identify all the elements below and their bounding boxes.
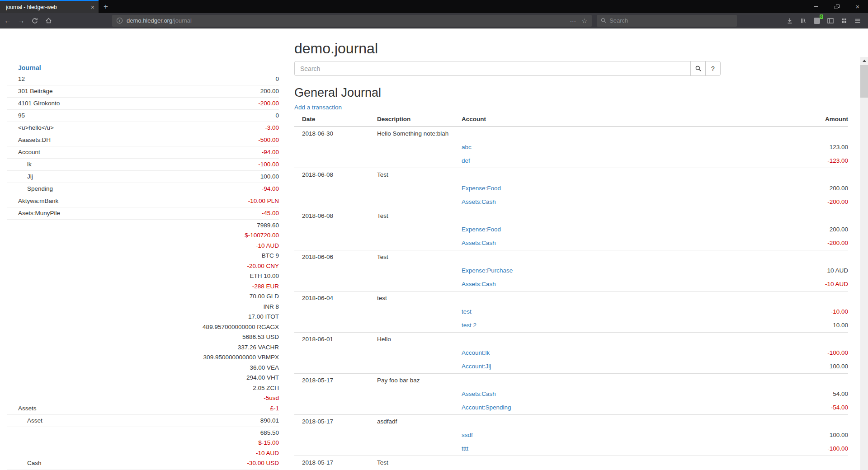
sidebar-account-link[interactable]: 4101 Girokonto (7, 99, 60, 109)
transaction-description: Test (377, 456, 462, 470)
balance-amount: -500.00 (258, 135, 279, 146)
transaction-row[interactable]: 2018-05-17asdfadf (294, 415, 848, 429)
sidebar-account-link[interactable]: Account (7, 147, 40, 158)
posting-account-link[interactable]: test (462, 308, 472, 315)
posting-row: Account:Spending-54.00 (294, 401, 848, 415)
search-icon (601, 18, 606, 24)
transaction-row[interactable]: 2018-06-30Hello Something note:blah (294, 127, 848, 141)
transaction-row[interactable]: 2018-06-06Test (294, 250, 848, 264)
transaction-row[interactable]: 2018-05-17Pay foo bar baz (294, 374, 848, 388)
transaction-row[interactable]: 2018-06-08Test (294, 209, 848, 223)
sidebar-account-row: Assets7989.60$-100720.00-10 AUDBTC 9-20.… (7, 219, 279, 414)
journal-table-body: 2018-06-30Hello Something note:blahabc12… (294, 127, 848, 470)
extension-icon (814, 18, 820, 24)
posting-account-link[interactable]: Expense:Purchase (462, 267, 513, 274)
posting-account-link[interactable]: Assets:Cash (462, 390, 496, 397)
transaction-row[interactable]: 2018-06-01Hello (294, 333, 848, 347)
posting-account-link[interactable]: Account:Jij (462, 363, 491, 370)
posting-account-link[interactable]: def (462, 157, 470, 164)
up-arrow-icon (863, 60, 866, 62)
posting-account-link[interactable]: tttt (462, 445, 468, 452)
transaction-row[interactable]: 2018-06-04test (294, 291, 848, 306)
posting-account-link[interactable]: Expense:Food (462, 185, 501, 192)
sidebar-account-link[interactable]: 12 (7, 74, 25, 85)
sidebar-journal-link[interactable]: Journal (18, 64, 41, 71)
sidebar-account-link[interactable]: 95 (7, 111, 25, 121)
bookmark-star-icon[interactable]: ☆ (581, 17, 587, 24)
balance-amount: -10.00 PLN (248, 196, 279, 207)
site-info-icon[interactable]: i (117, 18, 123, 24)
scrollbar-up-arrow[interactable] (860, 57, 868, 65)
sidebar-account-balance: -45.00 (262, 208, 279, 219)
page-scrollbar[interactable] (860, 57, 868, 470)
add-transaction-link[interactable]: Add a transaction (294, 103, 342, 112)
browser-tab[interactable]: journal - hledger-web × (0, 0, 99, 13)
transaction-date: 2018-05-17 (294, 374, 377, 388)
posting-amount: -10.00 (568, 305, 848, 319)
sidebar-account-link[interactable]: Assets (7, 404, 37, 414)
restore-button[interactable] (826, 0, 847, 13)
sidebar-account-row: Asets:MunyPile-45.00 (7, 207, 279, 219)
posting-account-link[interactable]: Assets:Cash (462, 240, 496, 246)
posting-account-link[interactable]: Account:lk (462, 349, 490, 356)
sidebar-account-row: 950 (7, 109, 279, 122)
journal-search-button[interactable] (690, 61, 706, 76)
library-button[interactable] (797, 14, 810, 28)
back-button[interactable]: ← (1, 14, 14, 28)
journal-header-row: Date Description Account Amount (294, 113, 848, 127)
journal-search-input[interactable] (294, 61, 691, 76)
sidebar-account-link[interactable]: lk (7, 160, 32, 170)
sidebar-account-link[interactable]: Asets:MunyPile (7, 208, 60, 219)
sidebar-account-link[interactable]: Aaasets:DH (7, 135, 51, 146)
home-button[interactable] (42, 14, 55, 28)
extension-button[interactable]: 0 (810, 14, 824, 28)
minimize-button[interactable] (806, 0, 826, 13)
posting-row: Assets:Cash54.00 (294, 387, 848, 401)
sidebar-toggle-button[interactable] (824, 14, 837, 28)
balance-amount: -100.00 (258, 160, 279, 170)
posting-row: Expense:Food200.00 (294, 223, 848, 236)
balance-amount: -288 EUR (203, 282, 279, 292)
page-actions-icon[interactable]: ⋯ (570, 17, 576, 24)
grid-button[interactable] (837, 14, 851, 28)
sidebar-account-link[interactable]: Jij (7, 172, 33, 182)
browser-search-bar[interactable] (597, 15, 737, 27)
sidebar-account-link[interactable]: Aktywa:mBank (7, 196, 58, 207)
posting-account-link[interactable]: Expense:Food (462, 226, 501, 233)
posting-account-link[interactable]: abc (462, 144, 472, 150)
transaction-description: Test (377, 250, 462, 264)
sidebar-account-link[interactable]: Asset (7, 416, 42, 426)
sidebar-account-row: 4101 Girokonto-200.00 (7, 97, 279, 109)
reload-button[interactable] (28, 14, 42, 28)
posting-account-link[interactable]: Assets:Cash (462, 198, 496, 205)
posting-account-link[interactable]: test 2 (462, 322, 476, 329)
menu-button[interactable] (851, 14, 864, 28)
posting-account-link[interactable]: ssdf (462, 432, 473, 438)
browser-search-input[interactable] (609, 17, 733, 24)
posting-amount: -200.00 (568, 236, 848, 250)
sidebar-account-balance: 100.00 (260, 172, 279, 182)
transaction-row[interactable]: 2018-06-08Test (294, 168, 848, 182)
url-bar[interactable]: i demo.hledger.org/journal ⋯ ☆ (112, 15, 592, 27)
sidebar-account-link[interactable]: Cash (7, 458, 42, 469)
url-path: /journal (172, 17, 192, 24)
search-help-button[interactable]: ? (705, 61, 721, 76)
sidebar-account-link[interactable]: 301 Beiträge (7, 86, 53, 97)
transaction-row[interactable]: 2018-05-17Test (294, 456, 848, 470)
sidebar-account-balance: -10.00 PLN (248, 196, 279, 207)
balance-amount: BTC 9 (203, 251, 279, 261)
downloads-button[interactable] (783, 14, 797, 28)
restore-icon (835, 5, 840, 9)
tab-close-icon[interactable]: × (91, 4, 94, 10)
window-close-button[interactable]: × (847, 0, 868, 13)
sidebar-account-link[interactable]: Spending (7, 184, 53, 194)
scrollbar-thumb[interactable] (860, 65, 868, 98)
posting-account-link[interactable]: Assets:Cash (462, 281, 496, 287)
sidebar-account-link[interactable]: <u>hello</u> (7, 123, 54, 133)
balance-amount: 7989.60 (203, 221, 279, 231)
forward-button[interactable]: → (14, 14, 28, 28)
sidebar-account-balance: -500.00 (258, 135, 279, 146)
new-tab-button[interactable]: + (99, 0, 113, 13)
urlbar-actions: ⋯ ☆ (570, 17, 587, 24)
posting-account-link[interactable]: Account:Spending (462, 404, 511, 411)
